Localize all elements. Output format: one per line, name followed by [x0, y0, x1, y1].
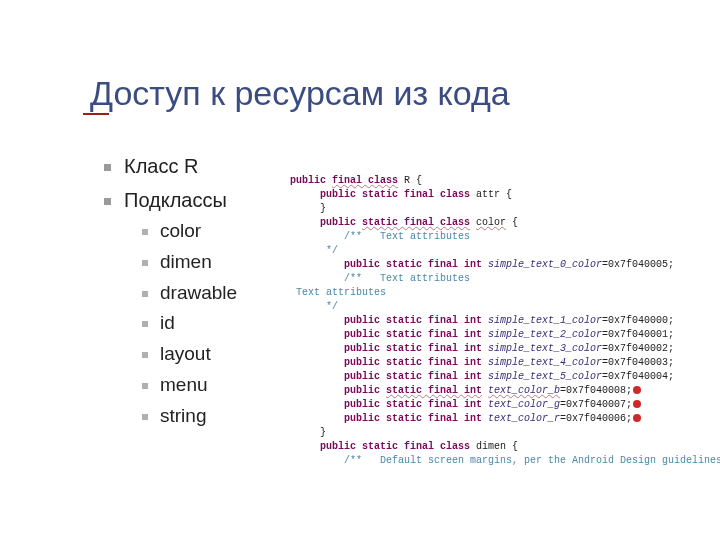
bullet-item: Класс R: [100, 154, 237, 178]
bullet-list: Класс R Подклассы color dimen drawable i…: [100, 154, 237, 428]
code-comment: /** Text attributes: [290, 231, 470, 242]
code-value: =0x7f040006;: [560, 413, 632, 424]
code-text: public: [290, 217, 362, 228]
code-identifier: text_color_b: [488, 385, 560, 396]
code-text: R {: [398, 175, 422, 186]
breakpoint-icon: [633, 386, 641, 394]
code-text: dimen {: [470, 441, 518, 452]
code-identifier: simple_text_4_color: [488, 357, 602, 368]
code-comment: /** Text attributes: [290, 273, 470, 284]
sub-bullet-label: menu: [160, 374, 208, 395]
sub-bullet-label: string: [160, 405, 206, 426]
code-identifier: simple_text_5_color: [488, 371, 602, 382]
sub-bullet-item: color: [124, 220, 237, 243]
sub-bullet-item: dimen: [124, 251, 237, 274]
slide: Доступ к ресурсам из кода Класс R Подкла…: [0, 0, 720, 540]
slide-title: Доступ к ресурсам из кода: [90, 74, 510, 113]
code-text: final class: [332, 175, 398, 186]
title-text: Доступ к ресурсам из кода: [90, 74, 510, 112]
breakpoint-icon: [633, 400, 641, 408]
code-text: attr {: [470, 189, 512, 200]
sub-bullet-label: dimen: [160, 251, 212, 272]
code-text: public static final class: [290, 189, 470, 200]
sub-bullet-label: color: [160, 220, 201, 241]
code-text: public static final int: [290, 343, 488, 354]
code-text: }: [290, 427, 326, 438]
content-area: Класс R Подклассы color dimen drawable i…: [100, 154, 237, 438]
code-comment: /** Default screen margins, per the Andr…: [290, 455, 720, 466]
code-text: public: [290, 175, 332, 186]
code-identifier: text_color_r: [488, 413, 560, 424]
code-comment: */: [290, 245, 338, 256]
bullet-label: Класс R: [124, 155, 198, 177]
code-identifier: simple_text_3_color: [488, 343, 602, 354]
code-identifier: simple_text_2_color: [488, 329, 602, 340]
code-value: =0x7f040000;: [602, 315, 674, 326]
code-value: =0x7f040007;: [560, 399, 632, 410]
code-text: public static final class: [290, 441, 470, 452]
breakpoint-icon: [633, 414, 641, 422]
sub-bullet-label: layout: [160, 343, 211, 364]
sub-bullet-item: id: [124, 312, 237, 335]
code-value: =0x7f040002;: [602, 343, 674, 354]
bullet-item: Подклассы color dimen drawable id layout…: [100, 188, 237, 428]
code-value: =0x7f040004;: [602, 371, 674, 382]
code-text: public static final int: [290, 315, 488, 326]
sub-bullet-item: string: [124, 405, 237, 428]
code-text: }: [290, 203, 326, 214]
sub-bullet-list: color dimen drawable id layout menu stri…: [124, 220, 237, 428]
sub-bullet-item: layout: [124, 343, 237, 366]
code-text: public static final int: [290, 399, 488, 410]
code-text: public static final int: [290, 371, 488, 382]
code-identifier: text_color_g: [488, 399, 560, 410]
code-value: =0x7f040005;: [602, 259, 674, 270]
code-text: public static final int: [290, 329, 488, 340]
code-text: color: [476, 217, 506, 228]
code-text: public static final int: [290, 259, 488, 270]
code-text: public static final int: [290, 357, 488, 368]
code-snippet: public final class R { public static fin…: [290, 174, 720, 468]
code-text: static final class: [362, 217, 470, 228]
code-text: public: [290, 385, 386, 396]
code-value: =0x7f040001;: [602, 329, 674, 340]
code-identifier: simple_text_0_color: [488, 259, 602, 270]
sub-bullet-item: menu: [124, 374, 237, 397]
code-value: =0x7f040003;: [602, 357, 674, 368]
code-comment: Text attributes: [290, 287, 386, 298]
code-identifier: simple_text_1_color: [488, 315, 602, 326]
code-comment: */: [290, 301, 338, 312]
bullet-label: Подклассы: [124, 189, 227, 211]
sub-bullet-label: drawable: [160, 282, 237, 303]
code-text: static final int: [386, 385, 482, 396]
title-accent-line: [83, 113, 109, 115]
code-text: {: [506, 217, 518, 228]
sub-bullet-item: drawable: [124, 282, 237, 305]
code-value: =0x7f040008;: [560, 385, 632, 396]
sub-bullet-label: id: [160, 312, 175, 333]
code-text: public static final int: [290, 413, 488, 424]
